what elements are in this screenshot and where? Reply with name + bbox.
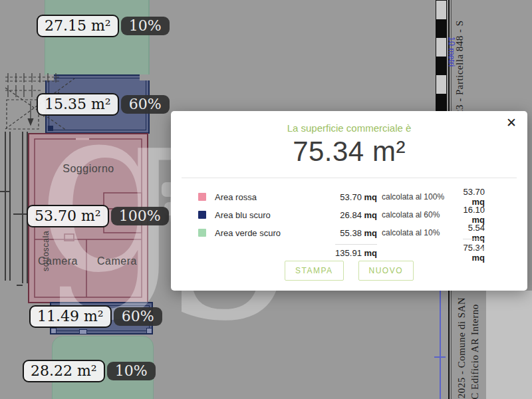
dimension-tick: [0, 191, 11, 192]
result-value: 53.70: [463, 187, 485, 197]
dimension-tick: [13, 213, 27, 215]
area-percent-badge: 10%: [107, 362, 156, 380]
modal-title: La superficie commerciale è: [171, 122, 527, 134]
area-percent-badge: 60%: [114, 307, 162, 326]
map-sheet-edge: [486, 291, 532, 399]
green-area-top: [45, 0, 150, 76]
table-row: Area rossa 53.70 mq calcolata al 100% 53…: [171, 187, 527, 205]
wall-notch: [146, 328, 152, 334]
totals-row: 135.91 mq 75.34 mq: [171, 243, 527, 261]
green-area-swatch: [198, 229, 206, 237]
total-gross-value: 135.91 mq: [335, 244, 377, 258]
spacer: [198, 249, 206, 257]
area-value-pill: 27.15 m²: [37, 15, 119, 37]
area-row-calc: calcolata al 100%: [377, 192, 456, 201]
area-measurement-label: 11.49 m² 60%: [29, 305, 162, 328]
wall-line: [9, 132, 11, 281]
area-percent-badge: 60%: [121, 95, 170, 114]
area-percent-badge: 100%: [111, 207, 169, 225]
close-icon[interactable]: ✕: [506, 116, 517, 129]
red-area-swatch: [198, 193, 206, 201]
print-button[interactable]: STAMPA: [285, 261, 344, 281]
area-percent-badge: 10%: [121, 17, 170, 35]
area-row-result: 16.10 mq: [456, 205, 485, 225]
floorplan-canvas: sottoscala g g Soggiorno Camera Camera 2…: [0, 0, 532, 399]
room-label-soggiorno: Soggiorno: [62, 163, 115, 175]
cadastral-reference-text: 7/2025 - Comune di SAN: [456, 293, 467, 399]
area-row-gross: 55.38 mq: [323, 228, 377, 238]
total-result: 75.34 mq: [456, 243, 485, 263]
total-surface-value: 75.34 m²: [171, 136, 527, 168]
cadastral-reference-text: NC Edificio AR Interno: [469, 294, 480, 399]
area-row-label: Area verde scuro: [209, 228, 323, 238]
wall-line: [22, 132, 23, 283]
gross-value: 53.70: [340, 192, 362, 202]
area-measurement-label: 27.15 m² 10%: [37, 15, 170, 37]
dimension-tick: [17, 285, 23, 286]
area-value-pill: 11.49 m²: [29, 305, 112, 328]
blue-area-swatch: [198, 211, 206, 219]
dimension-tick: [434, 356, 446, 358]
wall-notch: [51, 328, 57, 334]
commercial-surface-modal: ✕ La superficie commerciale è 75.34 m² A…: [171, 111, 527, 291]
modal-button-bar: STAMPA NUOVO: [171, 261, 527, 281]
total-gross-unit: mq: [364, 244, 378, 258]
room-label-camera-left: Camera: [37, 255, 78, 267]
result-value: 16.10: [463, 205, 485, 215]
table-row: Area verde scuro 55.38 mq calcolata al 1…: [171, 223, 527, 241]
area-row-calc: calcolata al 10%: [377, 228, 456, 237]
area-value-pill: 53.70 m²: [27, 205, 109, 227]
area-value-pill: 15.35 m²: [37, 93, 119, 116]
area-row-result: 53.70 mq: [456, 187, 485, 207]
total-gross-number: 135.91: [335, 244, 362, 258]
table-row: Area blu scuro 26.84 mq calcolata al 60%…: [171, 205, 527, 223]
gross-unit: mq: [364, 210, 378, 220]
divider: [182, 178, 517, 178]
area-measurement-label: 28.22 m² 10%: [23, 360, 156, 382]
area-breakdown-table: Area rossa 53.70 mq calcolata al 100% 53…: [171, 187, 527, 261]
area-row-gross: 53.70 mq: [323, 192, 377, 202]
wall-line: [5, 132, 6, 281]
result-value: 5.54: [468, 223, 485, 233]
total-gross: 135.91 mq: [323, 248, 377, 258]
wall-notch: [140, 74, 150, 80]
wall-notch: [79, 329, 87, 334]
area-measurement-label: 53.70 m² 100%: [27, 205, 169, 227]
new-button[interactable]: NUOVO: [358, 261, 414, 281]
area-row-label: Area rossa: [209, 192, 323, 202]
gross-value: 55.38: [340, 228, 362, 238]
gross-unit: mq: [364, 228, 378, 238]
area-row-label: Area blu scuro: [209, 210, 323, 220]
area-row-gross: 26.84 mq: [323, 210, 377, 220]
area-value-pill: 28.22 m²: [23, 360, 105, 382]
area-row-calc: calcolata al 60%: [377, 210, 456, 219]
dimension-line: [440, 291, 441, 399]
gross-value: 26.84: [340, 210, 362, 220]
room-label-camera-right: Camera: [96, 255, 138, 267]
total-result-value: 75.34 mq: [463, 239, 485, 263]
area-measurement-label: 15.35 m² 60%: [37, 93, 170, 116]
gross-unit: mq: [364, 192, 378, 202]
